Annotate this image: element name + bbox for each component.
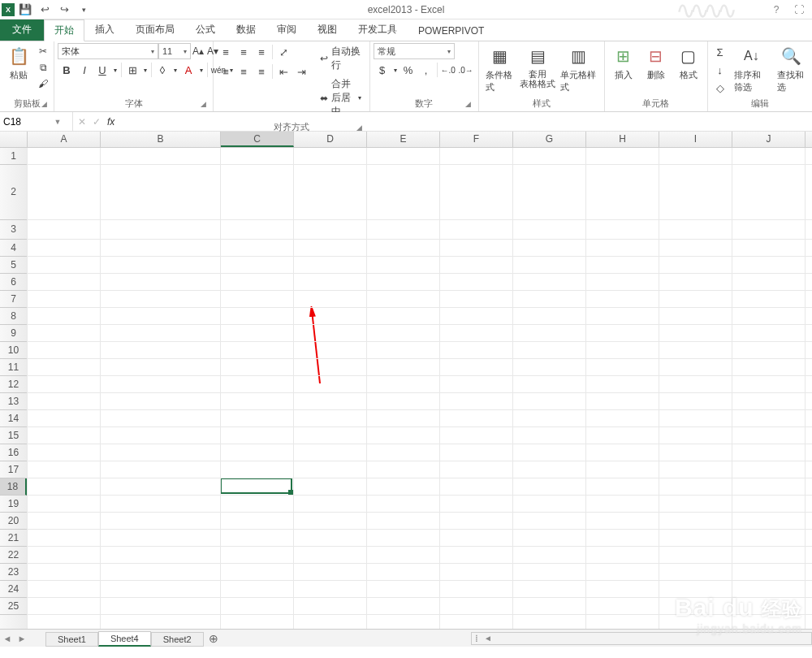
number-launcher-icon[interactable]: ◢: [464, 100, 473, 110]
column-header[interactable]: B: [101, 132, 221, 147]
qat-undo-icon[interactable]: ↩: [36, 2, 54, 18]
row-header[interactable]: 25: [0, 598, 27, 615]
sheet-nav-next-icon[interactable]: ►: [15, 634, 29, 643]
help-icon[interactable]: ?: [767, 2, 786, 17]
table-format-button[interactable]: ▤套用 表格格式: [520, 43, 555, 90]
sheet-tab-sheet2[interactable]: Sheet2: [151, 632, 204, 647]
row-header[interactable]: 16: [0, 444, 27, 461]
row-header[interactable]: 1: [0, 148, 27, 165]
font-color-drop-icon[interactable]: ▾: [197, 62, 205, 78]
name-box[interactable]: ▼: [0, 112, 73, 131]
column-header[interactable]: J: [732, 132, 806, 147]
tab-home[interactable]: 开始: [44, 19, 84, 41]
delete-cells-button[interactable]: ⊟删除: [641, 43, 672, 83]
row-header[interactable]: 7: [0, 291, 27, 308]
row-header[interactable]: 8: [0, 308, 27, 325]
tab-file[interactable]: 文件: [0, 19, 44, 41]
cancel-formula-icon[interactable]: ✕: [78, 116, 86, 128]
clipboard-launcher-icon[interactable]: ◢: [39, 100, 49, 110]
cell-styles-button[interactable]: ▥单元格样式: [557, 43, 600, 95]
row-header[interactable]: 12: [0, 376, 27, 393]
row-header[interactable]: 24: [0, 581, 27, 598]
tab-powerpivot[interactable]: POWERPIVOT: [408, 21, 495, 41]
row-header[interactable]: 2: [0, 165, 27, 220]
decrease-decimal-icon[interactable]: .0→: [457, 61, 475, 79]
row-header[interactable]: 4: [0, 240, 27, 257]
tab-view[interactable]: 视图: [307, 19, 348, 41]
bold-button[interactable]: B: [58, 61, 76, 79]
sheet-nav-prev-icon[interactable]: ◄: [0, 634, 15, 643]
insert-cells-button[interactable]: ⊞插入: [608, 43, 639, 83]
clear-icon[interactable]: ◇: [711, 79, 729, 97]
column-header[interactable]: D: [294, 132, 367, 147]
align-bottom-icon[interactable]: ≡: [253, 43, 270, 61]
row-header[interactable]: 21: [0, 530, 27, 547]
ribbon-display-icon[interactable]: ⛶: [789, 2, 809, 17]
sort-filter-button[interactable]: A↓排序和筛选: [731, 43, 773, 95]
conditional-format-button[interactable]: ▦条件格式: [482, 43, 518, 95]
copy-icon[interactable]: ⧉: [36, 59, 50, 76]
row-header[interactable]: 17: [0, 461, 27, 478]
accounting-icon[interactable]: $: [374, 61, 391, 79]
font-launcher-icon[interactable]: ◢: [198, 100, 208, 110]
qat-save-icon[interactable]: 💾: [16, 2, 34, 18]
border-drop-icon[interactable]: ▾: [141, 62, 149, 78]
sheet-tab-sheet4[interactable]: Sheet4: [98, 631, 151, 647]
row-header[interactable]: 15: [0, 427, 27, 444]
fill-drop-icon[interactable]: ▾: [171, 62, 179, 78]
row-header[interactable]: 19: [0, 496, 27, 513]
column-header[interactable]: C: [221, 132, 294, 147]
row-header[interactable]: 13: [0, 393, 27, 410]
font-size-combo[interactable]: 11▾: [158, 43, 191, 59]
column-header[interactable]: A: [28, 132, 101, 147]
column-header[interactable]: G: [513, 132, 586, 147]
qat-redo-icon[interactable]: ↪: [55, 2, 73, 18]
insert-function-icon[interactable]: fx: [107, 116, 114, 128]
enter-formula-icon[interactable]: ✓: [93, 116, 101, 128]
accounting-drop-icon[interactable]: ▾: [391, 62, 400, 78]
increase-indent-icon[interactable]: ⇥: [292, 63, 310, 80]
percent-icon[interactable]: %: [400, 61, 417, 79]
font-color-icon[interactable]: A: [179, 61, 197, 79]
align-top-icon[interactable]: ≡: [217, 43, 235, 61]
find-select-button[interactable]: 🔍查找和选: [774, 43, 809, 95]
row-header[interactable]: 11: [0, 359, 27, 376]
column-header[interactable]: H: [586, 132, 659, 147]
wrap-text-button[interactable]: ↩ 自动换行: [315, 43, 366, 74]
increase-font-icon[interactable]: A▴: [191, 43, 205, 59]
select-all-corner[interactable]: [0, 132, 28, 147]
row-header[interactable]: 22: [0, 547, 27, 564]
format-painter-icon[interactable]: 🖌: [36, 76, 50, 92]
horizontal-scrollbar[interactable]: ⁞ ◄: [471, 632, 812, 645]
tab-review[interactable]: 审阅: [266, 19, 307, 41]
column-header[interactable]: I: [659, 132, 732, 147]
tab-data[interactable]: 数据: [226, 19, 266, 41]
align-left-icon[interactable]: ≡: [217, 63, 235, 80]
paste-button[interactable]: 📋 粘贴: [3, 43, 34, 83]
row-header[interactable]: 3: [0, 220, 27, 240]
italic-button[interactable]: I: [76, 61, 93, 79]
column-header[interactable]: E: [367, 132, 440, 147]
qat-customize-icon[interactable]: ▾: [75, 2, 93, 18]
row-header[interactable]: 6: [0, 274, 27, 291]
autosum-icon[interactable]: Σ: [711, 43, 729, 61]
fill-color-icon[interactable]: ◊: [153, 61, 171, 79]
tab-formulas[interactable]: 公式: [185, 19, 226, 41]
row-header[interactable]: 10: [0, 342, 27, 359]
add-sheet-button[interactable]: ⊕: [204, 632, 223, 645]
increase-decimal-icon[interactable]: ←.0: [439, 61, 457, 79]
number-format-combo[interactable]: 常规▾: [374, 43, 455, 59]
tab-insert[interactable]: 插入: [84, 19, 125, 41]
font-name-combo[interactable]: 宋体▾: [58, 43, 158, 59]
align-right-icon[interactable]: ≡: [253, 63, 270, 80]
name-box-drop-icon[interactable]: ▼: [50, 118, 65, 126]
align-center-icon[interactable]: ≡: [235, 63, 253, 80]
name-box-input[interactable]: [0, 116, 50, 128]
fill-icon[interactable]: ↓: [711, 61, 729, 79]
format-cells-button[interactable]: ▢格式: [673, 43, 704, 83]
align-middle-icon[interactable]: ≡: [235, 43, 253, 61]
row-header[interactable]: 5: [0, 257, 27, 274]
row-header[interactable]: 23: [0, 564, 27, 581]
comma-icon[interactable]: ,: [417, 61, 435, 79]
tab-pagelayout[interactable]: 页面布局: [125, 19, 185, 41]
